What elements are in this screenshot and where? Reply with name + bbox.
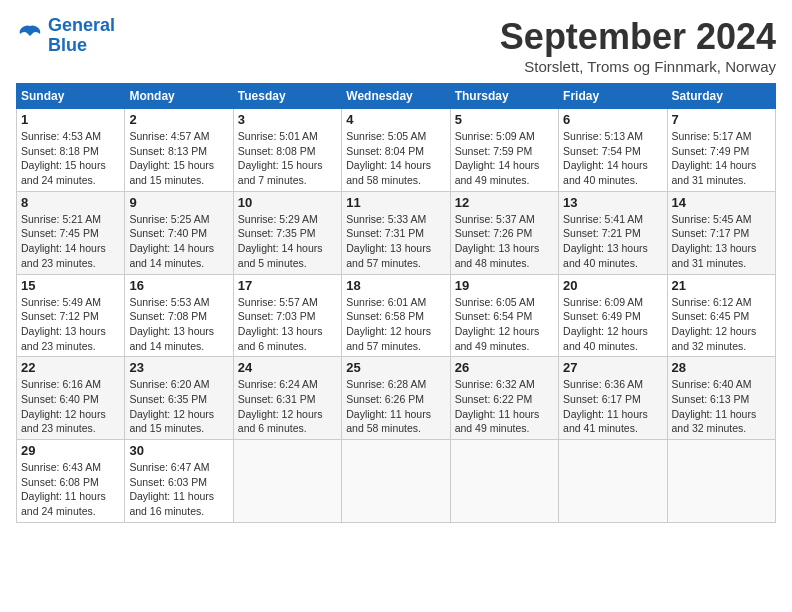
day-info: Sunrise: 6:01 AM Sunset: 6:58 PM Dayligh… <box>346 295 445 354</box>
day-info: Sunrise: 5:01 AM Sunset: 8:08 PM Dayligh… <box>238 129 337 188</box>
day-number: 3 <box>238 112 337 127</box>
calendar-cell: 6Sunrise: 5:13 AM Sunset: 7:54 PM Daylig… <box>559 109 667 192</box>
calendar-cell: 27Sunrise: 6:36 AM Sunset: 6:17 PM Dayli… <box>559 357 667 440</box>
day-number: 13 <box>563 195 662 210</box>
day-info: Sunrise: 6:47 AM Sunset: 6:03 PM Dayligh… <box>129 460 228 519</box>
calendar-cell: 14Sunrise: 5:45 AM Sunset: 7:17 PM Dayli… <box>667 191 775 274</box>
day-info: Sunrise: 6:43 AM Sunset: 6:08 PM Dayligh… <box>21 460 120 519</box>
day-info: Sunrise: 4:53 AM Sunset: 8:18 PM Dayligh… <box>21 129 120 188</box>
day-number: 5 <box>455 112 554 127</box>
day-info: Sunrise: 5:49 AM Sunset: 7:12 PM Dayligh… <box>21 295 120 354</box>
calendar-cell: 19Sunrise: 6:05 AM Sunset: 6:54 PM Dayli… <box>450 274 558 357</box>
calendar-cell: 12Sunrise: 5:37 AM Sunset: 7:26 PM Dayli… <box>450 191 558 274</box>
logo-general: General <box>48 15 115 35</box>
day-number: 7 <box>672 112 771 127</box>
day-info: Sunrise: 6:32 AM Sunset: 6:22 PM Dayligh… <box>455 377 554 436</box>
column-header-thursday: Thursday <box>450 84 558 109</box>
day-number: 1 <box>21 112 120 127</box>
day-info: Sunrise: 5:37 AM Sunset: 7:26 PM Dayligh… <box>455 212 554 271</box>
calendar-cell: 11Sunrise: 5:33 AM Sunset: 7:31 PM Dayli… <box>342 191 450 274</box>
calendar-table: SundayMondayTuesdayWednesdayThursdayFrid… <box>16 83 776 523</box>
day-number: 25 <box>346 360 445 375</box>
day-info: Sunrise: 6:09 AM Sunset: 6:49 PM Dayligh… <box>563 295 662 354</box>
day-info: Sunrise: 6:24 AM Sunset: 6:31 PM Dayligh… <box>238 377 337 436</box>
calendar-cell <box>342 440 450 523</box>
calendar-cell: 20Sunrise: 6:09 AM Sunset: 6:49 PM Dayli… <box>559 274 667 357</box>
calendar-cell: 23Sunrise: 6:20 AM Sunset: 6:35 PM Dayli… <box>125 357 233 440</box>
day-number: 19 <box>455 278 554 293</box>
day-number: 21 <box>672 278 771 293</box>
column-header-sunday: Sunday <box>17 84 125 109</box>
calendar-cell: 16Sunrise: 5:53 AM Sunset: 7:08 PM Dayli… <box>125 274 233 357</box>
calendar-week-row: 29Sunrise: 6:43 AM Sunset: 6:08 PM Dayli… <box>17 440 776 523</box>
calendar-week-row: 22Sunrise: 6:16 AM Sunset: 6:40 PM Dayli… <box>17 357 776 440</box>
day-info: Sunrise: 5:45 AM Sunset: 7:17 PM Dayligh… <box>672 212 771 271</box>
calendar-cell: 26Sunrise: 6:32 AM Sunset: 6:22 PM Dayli… <box>450 357 558 440</box>
day-info: Sunrise: 5:25 AM Sunset: 7:40 PM Dayligh… <box>129 212 228 271</box>
day-number: 20 <box>563 278 662 293</box>
day-info: Sunrise: 5:21 AM Sunset: 7:45 PM Dayligh… <box>21 212 120 271</box>
day-number: 22 <box>21 360 120 375</box>
day-info: Sunrise: 5:05 AM Sunset: 8:04 PM Dayligh… <box>346 129 445 188</box>
day-info: Sunrise: 4:57 AM Sunset: 8:13 PM Dayligh… <box>129 129 228 188</box>
day-number: 4 <box>346 112 445 127</box>
calendar-cell: 10Sunrise: 5:29 AM Sunset: 7:35 PM Dayli… <box>233 191 341 274</box>
calendar-cell: 24Sunrise: 6:24 AM Sunset: 6:31 PM Dayli… <box>233 357 341 440</box>
day-number: 2 <box>129 112 228 127</box>
calendar-cell: 15Sunrise: 5:49 AM Sunset: 7:12 PM Dayli… <box>17 274 125 357</box>
day-number: 14 <box>672 195 771 210</box>
day-info: Sunrise: 5:33 AM Sunset: 7:31 PM Dayligh… <box>346 212 445 271</box>
title-block: September 2024 Storslett, Troms og Finnm… <box>500 16 776 75</box>
logo-text: GeneralBlue <box>48 16 115 56</box>
calendar-cell <box>559 440 667 523</box>
calendar-cell: 7Sunrise: 5:17 AM Sunset: 7:49 PM Daylig… <box>667 109 775 192</box>
day-info: Sunrise: 5:53 AM Sunset: 7:08 PM Dayligh… <box>129 295 228 354</box>
day-number: 10 <box>238 195 337 210</box>
calendar-cell: 5Sunrise: 5:09 AM Sunset: 7:59 PM Daylig… <box>450 109 558 192</box>
day-info: Sunrise: 5:09 AM Sunset: 7:59 PM Dayligh… <box>455 129 554 188</box>
day-info: Sunrise: 5:29 AM Sunset: 7:35 PM Dayligh… <box>238 212 337 271</box>
calendar-cell: 3Sunrise: 5:01 AM Sunset: 8:08 PM Daylig… <box>233 109 341 192</box>
page-header: GeneralBlue September 2024 Storslett, Tr… <box>16 16 776 75</box>
column-header-saturday: Saturday <box>667 84 775 109</box>
day-number: 12 <box>455 195 554 210</box>
day-number: 30 <box>129 443 228 458</box>
day-info: Sunrise: 5:57 AM Sunset: 7:03 PM Dayligh… <box>238 295 337 354</box>
calendar-cell: 30Sunrise: 6:47 AM Sunset: 6:03 PM Dayli… <box>125 440 233 523</box>
calendar-cell: 25Sunrise: 6:28 AM Sunset: 6:26 PM Dayli… <box>342 357 450 440</box>
calendar-cell <box>450 440 558 523</box>
calendar-week-row: 1Sunrise: 4:53 AM Sunset: 8:18 PM Daylig… <box>17 109 776 192</box>
day-number: 6 <box>563 112 662 127</box>
day-number: 26 <box>455 360 554 375</box>
calendar-cell: 28Sunrise: 6:40 AM Sunset: 6:13 PM Dayli… <box>667 357 775 440</box>
column-header-tuesday: Tuesday <box>233 84 341 109</box>
day-number: 15 <box>21 278 120 293</box>
logo-bird-icon <box>16 22 44 50</box>
column-header-monday: Monday <box>125 84 233 109</box>
day-number: 24 <box>238 360 337 375</box>
calendar-cell <box>233 440 341 523</box>
day-info: Sunrise: 6:28 AM Sunset: 6:26 PM Dayligh… <box>346 377 445 436</box>
calendar-cell: 21Sunrise: 6:12 AM Sunset: 6:45 PM Dayli… <box>667 274 775 357</box>
logo-blue: Blue <box>48 35 87 55</box>
calendar-cell: 4Sunrise: 5:05 AM Sunset: 8:04 PM Daylig… <box>342 109 450 192</box>
day-info: Sunrise: 6:16 AM Sunset: 6:40 PM Dayligh… <box>21 377 120 436</box>
calendar-week-row: 8Sunrise: 5:21 AM Sunset: 7:45 PM Daylig… <box>17 191 776 274</box>
day-info: Sunrise: 5:13 AM Sunset: 7:54 PM Dayligh… <box>563 129 662 188</box>
day-info: Sunrise: 6:40 AM Sunset: 6:13 PM Dayligh… <box>672 377 771 436</box>
location-subtitle: Storslett, Troms og Finnmark, Norway <box>500 58 776 75</box>
day-info: Sunrise: 6:20 AM Sunset: 6:35 PM Dayligh… <box>129 377 228 436</box>
calendar-cell: 9Sunrise: 5:25 AM Sunset: 7:40 PM Daylig… <box>125 191 233 274</box>
day-number: 17 <box>238 278 337 293</box>
day-number: 9 <box>129 195 228 210</box>
day-number: 16 <box>129 278 228 293</box>
calendar-cell <box>667 440 775 523</box>
calendar-cell: 13Sunrise: 5:41 AM Sunset: 7:21 PM Dayli… <box>559 191 667 274</box>
day-number: 28 <box>672 360 771 375</box>
day-info: Sunrise: 6:12 AM Sunset: 6:45 PM Dayligh… <box>672 295 771 354</box>
day-number: 29 <box>21 443 120 458</box>
calendar-cell: 8Sunrise: 5:21 AM Sunset: 7:45 PM Daylig… <box>17 191 125 274</box>
calendar-cell: 29Sunrise: 6:43 AM Sunset: 6:08 PM Dayli… <box>17 440 125 523</box>
day-number: 8 <box>21 195 120 210</box>
calendar-cell: 18Sunrise: 6:01 AM Sunset: 6:58 PM Dayli… <box>342 274 450 357</box>
